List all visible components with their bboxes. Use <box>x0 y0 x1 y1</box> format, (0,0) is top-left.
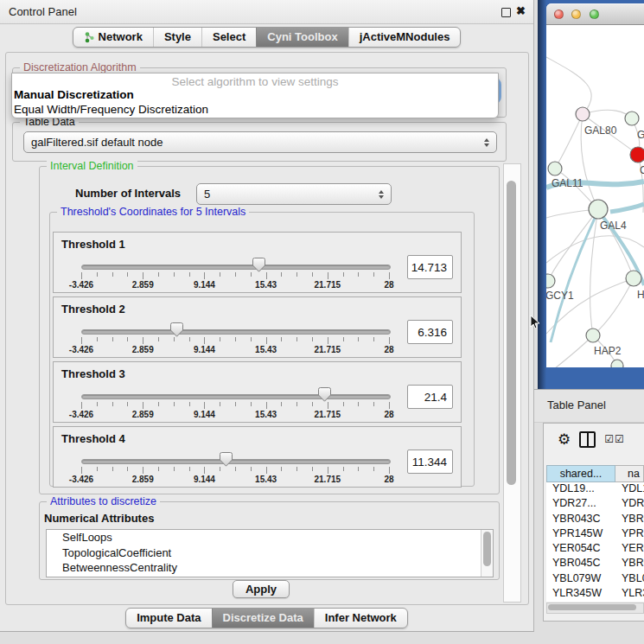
threshold-label: Threshold 2 <box>61 303 125 316</box>
threshold-value-field[interactable]: 21.4 <box>407 385 453 409</box>
cell-name[interactable]: YBR0 <box>615 557 644 571</box>
slider-tick <box>373 337 374 341</box>
threshold-value-field[interactable]: 11.344 <box>407 450 453 474</box>
network-node[interactable] <box>626 271 641 286</box>
tab-cyni-toolbox[interactable]: Cyni Toolbox <box>256 28 348 47</box>
slider-tick-label: 28 <box>384 280 393 290</box>
table-data-combobox[interactable]: galFiltered.sif default node <box>23 131 497 153</box>
cell-shared-name[interactable]: YBR043C <box>546 513 615 527</box>
table-hscrollbar[interactable] <box>546 603 644 614</box>
attribute-item[interactable]: BetweennessCentrality <box>47 560 493 576</box>
table-row[interactable]: YLR345WYLR3 <box>546 587 644 602</box>
network-node[interactable] <box>546 274 555 288</box>
slider-tick-label: 9.144 <box>194 280 215 290</box>
tab-infer-network[interactable]: Infer Network <box>314 609 407 628</box>
slider-tick-label: 15.43 <box>255 410 277 419</box>
numerical-attributes-label: Numerical Attributes <box>44 512 154 525</box>
slider-tick-label: -3.426 <box>69 345 93 354</box>
slider-tick-label: 2.859 <box>132 345 154 354</box>
tab-style[interactable]: Style <box>153 28 201 47</box>
tab-discretize-data[interactable]: Discretize Data <box>212 609 314 628</box>
slider-tick <box>328 467 328 474</box>
float-window-icon[interactable] <box>501 8 511 17</box>
column-header-name[interactable]: na <box>615 465 644 482</box>
apply-button[interactable]: Apply <box>233 580 290 598</box>
table-panel-header: Table Panel <box>534 389 644 423</box>
attribute-item[interactable]: SelfLoops <box>47 530 493 545</box>
cell-shared-name[interactable]: YDR27... <box>546 497 615 512</box>
slider-track[interactable] <box>81 329 391 335</box>
slider-track[interactable] <box>81 459 391 464</box>
cell-name[interactable]: YBL0 <box>615 572 644 587</box>
slider-tick <box>81 272 82 279</box>
table-row[interactable]: YER054CYER0 <box>546 542 644 557</box>
cell-shared-name[interactable]: YLR345W <box>546 587 615 602</box>
slider-tick <box>158 272 159 277</box>
slider-tick <box>97 402 98 406</box>
slider-thumb[interactable] <box>170 322 183 337</box>
network-node[interactable] <box>589 200 608 219</box>
attributes-list[interactable]: SelfLoopsTopologicalCoefficientBetweenne… <box>46 529 494 577</box>
slider-thumb[interactable] <box>318 387 331 402</box>
mac-minimize-icon[interactable] <box>571 10 581 19</box>
table-row[interactable]: YBR045CYBR0 <box>546 557 644 571</box>
cell-name[interactable]: YER0 <box>615 542 644 557</box>
tab-jactivemnodules[interactable]: jActiveMNodules <box>348 28 461 47</box>
table-row[interactable]: YPR145WYPR1 <box>546 527 644 542</box>
cell-shared-name[interactable]: YPR145W <box>546 527 615 542</box>
main-scrollbar-thumb[interactable] <box>507 181 516 485</box>
attributes-list-scrollbar[interactable] <box>481 530 493 577</box>
mac-zoom-icon[interactable] <box>590 10 599 19</box>
algorithm-option-1[interactable]: Manual Discretization <box>12 88 498 103</box>
mouse-cursor <box>529 315 541 330</box>
cell-shared-name[interactable]: YER054C <box>546 542 615 557</box>
slider-track[interactable] <box>81 394 391 399</box>
slider-thumb[interactable] <box>252 258 265 272</box>
table-row[interactable]: YBR043CYBR0 <box>546 513 644 527</box>
cell-name[interactable]: YDL1 <box>615 482 644 497</box>
table-hscrollbar-thumb[interactable] <box>548 604 636 610</box>
cell-shared-name[interactable]: YBL079W <box>546 572 615 587</box>
slider-thumb[interactable] <box>220 452 233 467</box>
gear-icon[interactable]: ⚙ <box>558 432 571 447</box>
split-column-icon[interactable] <box>579 431 596 448</box>
mac-close-icon[interactable] <box>554 10 564 19</box>
network-node[interactable] <box>586 328 600 342</box>
tab-impute-data[interactable]: Impute Data <box>126 609 211 628</box>
number-of-intervals-combobox[interactable]: 5 <box>196 183 392 205</box>
slider-track[interactable] <box>81 265 391 270</box>
number-of-intervals-label: Number of Intervals <box>75 187 181 200</box>
cell-name[interactable]: YDR2 <box>615 497 644 512</box>
tab-network[interactable]: Network <box>73 28 153 47</box>
slider-tick <box>81 467 82 474</box>
table-row[interactable]: YBL079WYBL0 <box>546 572 644 587</box>
table-panel: ⚙ ☑☑ shared... na YDL19...YDL1YDR27...YD… <box>543 423 644 622</box>
slider-tick <box>328 337 328 344</box>
network-node[interactable] <box>625 112 639 125</box>
algorithm-option-2[interactable]: Equal Width/Frequency Discretization <box>12 103 498 118</box>
checkbox-icons[interactable]: ☑☑ <box>604 433 625 445</box>
cell-shared-name[interactable]: YBR045C <box>546 557 615 571</box>
attribute-item[interactable]: TopologicalCoefficient <box>47 545 493 561</box>
threshold-value-field[interactable]: 6.316 <box>407 320 453 344</box>
cell-name[interactable]: YPR1 <box>615 527 644 542</box>
main-scrollbar[interactable] <box>503 163 521 603</box>
network-node[interactable] <box>548 162 562 175</box>
network-window: GAL80GACGAL11GAL4GCY1HHAP2 <box>546 3 644 389</box>
network-node[interactable] <box>630 147 644 163</box>
slider-tick <box>251 272 252 277</box>
attributes-scrollbar-thumb[interactable] <box>483 532 491 566</box>
close-icon[interactable]: ✖ <box>516 4 526 17</box>
cell-name[interactable]: YBR0 <box>615 513 644 527</box>
table-row[interactable]: YDL19...YDL1 <box>546 482 644 497</box>
column-header-shared[interactable]: shared... <box>546 465 615 482</box>
slider-tick <box>235 467 236 471</box>
network-canvas[interactable]: GAL80GACGAL11GAL4GCY1HHAP2 <box>546 25 644 367</box>
cell-shared-name[interactable]: YDL19... <box>546 482 615 497</box>
cell-name[interactable]: YLR3 <box>615 587 644 602</box>
network-node[interactable] <box>576 107 590 121</box>
table-row[interactable]: YDR27...YDR2 <box>546 497 644 512</box>
tab-select[interactable]: Select <box>201 28 256 47</box>
threshold-value-field[interactable]: 14.713 <box>407 255 453 279</box>
network-node[interactable] <box>611 360 623 367</box>
